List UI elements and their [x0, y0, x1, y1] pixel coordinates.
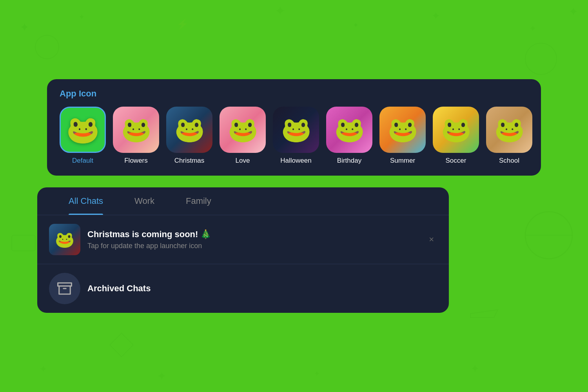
- icon-label-christmas: Christmas: [174, 157, 205, 165]
- icon-item-summer[interactable]: 🐸 Summer: [379, 107, 426, 165]
- icon-label-birthday: Birthday: [337, 157, 361, 165]
- tab-work[interactable]: Work: [119, 187, 170, 215]
- main-content: App Icon 🐸 Default 🐸 Flowers 🐸: [0, 0, 588, 392]
- notification-content: Christmas is coming soon! 🎄 Tap for upda…: [87, 229, 419, 250]
- icon-grid: 🐸 Default 🐸 Flowers 🐸 Christmas: [60, 107, 528, 165]
- icon-item-flowers[interactable]: 🐸 Flowers: [113, 107, 159, 165]
- icon-item-love[interactable]: 🐸 Love: [220, 107, 266, 165]
- icon-soccer[interactable]: 🐸: [433, 107, 479, 153]
- svg-rect-19: [58, 283, 72, 286]
- icon-item-default[interactable]: 🐸 Default: [60, 107, 106, 165]
- icon-default[interactable]: 🐸: [60, 107, 106, 153]
- app-icon-card: App Icon 🐸 Default 🐸 Flowers 🐸: [47, 79, 541, 176]
- notification-close-button[interactable]: ×: [426, 231, 437, 248]
- icon-summer[interactable]: 🐸: [379, 107, 426, 153]
- icon-label-halloween: Halloween: [280, 157, 311, 165]
- icon-love[interactable]: 🐸: [220, 107, 266, 153]
- icon-item-school[interactable]: 🐸 School: [486, 107, 532, 165]
- archived-avatar: [49, 273, 80, 304]
- app-icon-title: App Icon: [60, 89, 528, 99]
- icon-item-soccer[interactable]: 🐸 Soccer: [433, 107, 479, 165]
- icon-label-summer: Summer: [390, 157, 415, 165]
- archived-chats-row[interactable]: Archived Chats: [37, 264, 449, 313]
- archived-label: Archived Chats: [87, 283, 151, 294]
- icon-label-default: Default: [72, 157, 93, 165]
- icon-christmas[interactable]: 🐸: [166, 107, 212, 153]
- christmas-notification[interactable]: 🐸 Christmas is coming soon! 🎄 Tap for up…: [37, 215, 449, 264]
- icon-item-birthday[interactable]: 🐸 Birthday: [326, 107, 372, 165]
- icon-label-flowers: Flowers: [124, 157, 148, 165]
- tab-family[interactable]: Family: [170, 187, 227, 215]
- icon-school[interactable]: 🐸: [486, 107, 532, 153]
- icon-item-halloween[interactable]: 🐸 Halloween: [273, 107, 319, 165]
- chat-tabs: All Chats Work Family: [37, 187, 449, 215]
- notification-title: Christmas is coming soon! 🎄: [87, 229, 419, 240]
- notification-avatar: 🐸: [49, 224, 80, 255]
- icon-label-love: Love: [236, 157, 250, 165]
- icon-flowers[interactable]: 🐸: [113, 107, 159, 153]
- notification-subtitle: Tap for update the app launcher icon: [87, 242, 419, 250]
- tab-all-chats[interactable]: All Chats: [53, 187, 119, 215]
- icon-halloween[interactable]: 🐸: [273, 107, 319, 153]
- icon-label-school: School: [499, 157, 519, 165]
- icon-label-soccer: Soccer: [446, 157, 466, 165]
- chat-card: All Chats Work Family 🐸 Christmas is com…: [37, 187, 449, 313]
- icon-birthday[interactable]: 🐸: [326, 107, 372, 153]
- icon-item-christmas[interactable]: 🐸 Christmas: [166, 107, 212, 165]
